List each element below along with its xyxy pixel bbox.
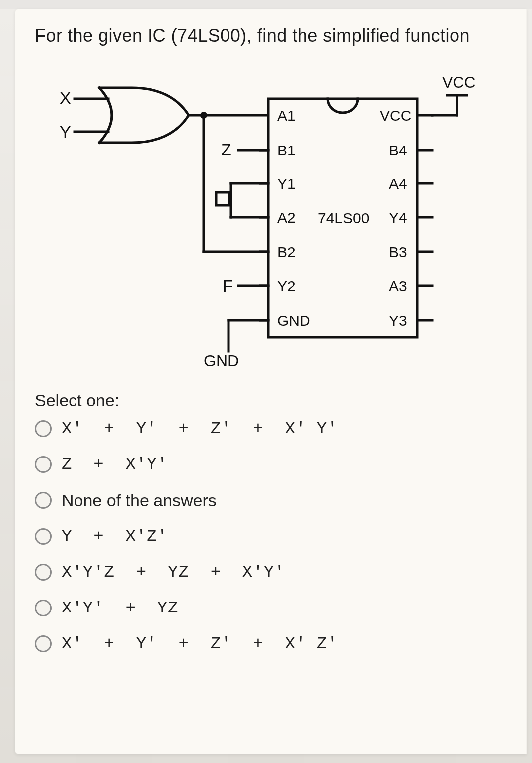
option-1[interactable]: X' + Y' + Z' + X' Y': [35, 419, 512, 438]
options-group: X' + Y' + Z' + X' Y' Z + X'Y' None of th…: [35, 419, 512, 653]
select-one-label: Select one:: [35, 391, 512, 410]
pin-gnd: GND: [277, 312, 310, 329]
radio-icon[interactable]: [35, 600, 52, 616]
option-3[interactable]: None of the answers: [35, 491, 512, 510]
pin-a4: A4: [389, 175, 407, 192]
pin-a1: A1: [277, 107, 296, 124]
option-label: X'Y'Z + YZ + X'Y': [62, 563, 285, 582]
pin-b3: B3: [389, 244, 407, 260]
radio-icon[interactable]: [35, 528, 52, 545]
label-y-input: Y: [60, 122, 71, 141]
option-7[interactable]: X' + Y' + Z' + X' Z': [35, 634, 512, 653]
radio-icon[interactable]: [35, 564, 52, 581]
label-z-input: Z: [221, 140, 231, 159]
option-label: X' + Y' + Z' + X' Y': [62, 419, 338, 438]
option-label: None of the answers: [62, 491, 217, 510]
pin-y4: Y4: [389, 209, 407, 226]
question-card: For the given IC (74LS00), find the simp…: [15, 9, 527, 754]
label-x-input: X: [60, 88, 71, 107]
pin-y3: Y3: [389, 312, 407, 329]
option-6[interactable]: X'Y' + YZ: [35, 599, 512, 617]
radio-icon[interactable]: [35, 420, 52, 437]
option-label: X'Y' + YZ: [62, 599, 178, 617]
radio-icon[interactable]: [35, 635, 52, 652]
pin-y2: Y2: [277, 278, 296, 294]
pin-a2: A2: [277, 209, 296, 226]
radio-icon[interactable]: [35, 456, 52, 473]
svg-rect-30: [216, 192, 229, 205]
pin-b4: B4: [389, 142, 407, 158]
svg-point-5: [200, 112, 207, 119]
screen-background: For the given IC (74LS00), find the simp…: [0, 9, 532, 763]
option-label: Y + X'Z': [62, 527, 168, 546]
option-5[interactable]: X'Y'Z + YZ + X'Y': [35, 563, 512, 582]
pin-a3: A3: [389, 278, 407, 294]
pin-y1: Y1: [277, 175, 296, 192]
radio-icon[interactable]: [35, 492, 52, 509]
circuit-diagram: X Y Z F GND VCC 74LS00 A1 B1 Y1 A2 B2 Y2…: [40, 68, 497, 371]
label-gnd-ext: GND: [204, 352, 239, 370]
question-text: For the given IC (74LS00), find the simp…: [35, 24, 512, 48]
label-f-output: F: [223, 276, 233, 295]
option-label: X' + Y' + Z' + X' Z': [62, 634, 338, 653]
chip-name: 74LS00: [318, 210, 369, 226]
option-label: Z + X'Y': [62, 455, 168, 474]
label-vcc-ext: VCC: [442, 74, 476, 91]
pin-b2: B2: [277, 244, 296, 260]
pin-b1: B1: [277, 142, 296, 158]
pin-vcc: VCC: [380, 107, 411, 124]
option-4[interactable]: Y + X'Z': [35, 527, 512, 546]
option-2[interactable]: Z + X'Y': [35, 455, 512, 474]
